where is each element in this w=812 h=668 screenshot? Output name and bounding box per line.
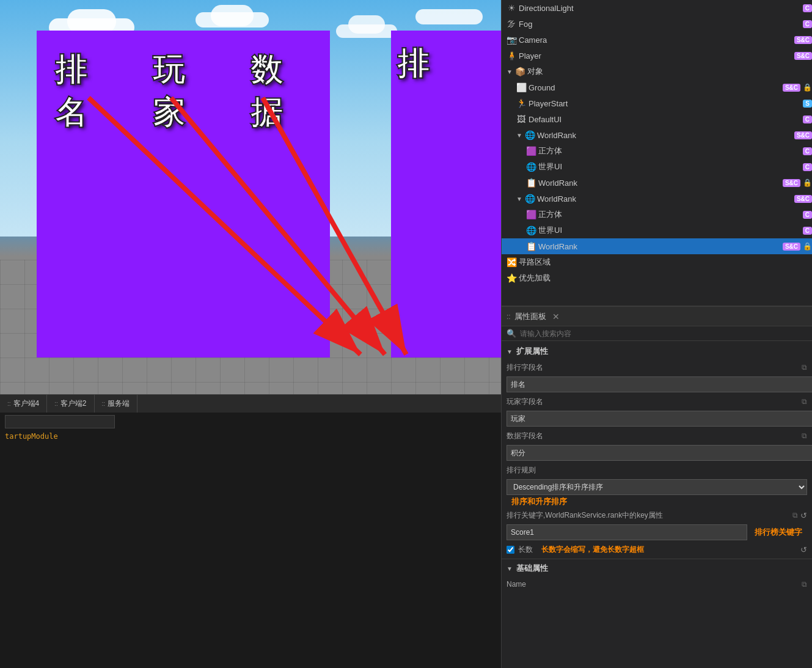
tree-item-camera[interactable]: 📷 Camera S&C <box>502 32 812 48</box>
data-copy-icon[interactable]: ⧉ <box>802 431 807 440</box>
ground-label: Ground <box>529 83 555 92</box>
badge-sc-wr1: S&C <box>794 131 812 139</box>
lock-icon-ground: 🔒 <box>803 83 812 92</box>
playerstart-icon: 🏃 <box>516 98 526 108</box>
data-field-input[interactable] <box>507 445 812 461</box>
tree-item-worldrank1[interactable]: ▼ 🌐 WorldRank S&C <box>502 127 812 143</box>
player-field-input[interactable] <box>507 411 812 427</box>
name-field-row: Name ⧉ <box>502 576 812 592</box>
data-field-row: 数据字段名 ⧉ <box>502 428 812 444</box>
worldrank1-icon: 🌐 <box>525 130 535 140</box>
expand-arrow-wr1[interactable]: ▼ <box>516 132 522 139</box>
key-field-row: 排行关键字,WorldRankService.rank中的key属性 ⧉ ↺ <box>502 507 812 523</box>
worldrank2-label: WorldRank <box>537 194 576 204</box>
tree-item-object-group[interactable]: ▼ 📦 对象 <box>502 64 812 79</box>
ground-icon: ⬜ <box>516 83 526 92</box>
zhengfangti1-label: 正方体 <box>538 145 562 156</box>
section-title-extended: 扩展属性 <box>516 346 548 357</box>
badge-s-playerstart: S <box>803 100 812 108</box>
name-copy-icon[interactable]: ⧉ <box>802 580 807 589</box>
badge-c-defaultui: C <box>803 116 812 123</box>
props-title: 属性面板 <box>514 311 546 322</box>
bottom-tab-bar: :: 客户端4 :: 客户端2 :: 服务端 <box>0 394 501 413</box>
badge-c: C <box>803 4 812 12</box>
badge-sc-camera: S&C <box>794 36 812 44</box>
section-title-basic: 基础属性 <box>516 563 548 574</box>
properties-panel: :: 属性面板 ✕ 🔍 ▼ 扩展属性 排行字段名 ⧉ 玩家字段名 <box>502 306 812 668</box>
lock-icon-wrs1: 🔒 <box>803 178 812 187</box>
tree-item-xunlu[interactable]: 🔀 寻路区域 <box>502 254 812 270</box>
tree-item-ground[interactable]: ⬜ Ground S&C🔒 <box>502 79 812 95</box>
cloud3b <box>348 15 385 34</box>
board-labels: 排名 玩家 数据 <box>37 37 330 147</box>
tab-server[interactable]: :: 服务端 <box>95 395 138 413</box>
worldrank-sub2-icon: 📋 <box>526 241 536 251</box>
badge-sc-wr2: S&C <box>794 195 812 203</box>
console-area: tartupModule <box>0 413 501 668</box>
tree-item-shijieui1[interactable]: 🌐 世界UI C <box>502 159 812 175</box>
tree-item-defaultui[interactable]: 🖼 DefaultUI C <box>502 111 812 127</box>
props-header: :: 属性面板 ✕ <box>502 307 812 326</box>
tree-item-zhengfangti2[interactable]: 🟪 正方体 C <box>502 207 812 222</box>
badge-c-sjui1: C <box>803 163 812 171</box>
tree-item-worldrank1-sub[interactable]: 📋 WorldRank S&C🔒 <box>502 175 812 191</box>
key-copy-icon[interactable]: ⧉ <box>792 511 798 519</box>
tree-item-worldrank2-sub[interactable]: 📋 WorldRank S&C🔒 <box>502 238 812 254</box>
cloud1b <box>67 9 116 34</box>
tree-item-directionallight[interactable]: ☀ DirectionalLight C <box>502 0 812 16</box>
console-input[interactable] <box>5 415 115 428</box>
rank-field-input[interactable] <box>507 376 812 392</box>
expand-arrow[interactable]: ▼ <box>507 68 513 75</box>
tree-item-youxian[interactable]: ⭐ 优先加载 <box>502 270 812 286</box>
expand-arrow-wr2[interactable]: ▼ <box>516 196 522 202</box>
key-field-input[interactable] <box>507 524 747 540</box>
tree-item-player[interactable]: 🧍 Player S&C <box>502 48 812 64</box>
shijieui1-icon: 🌐 <box>526 162 536 172</box>
badge-sc-wrs2: S&C <box>783 243 800 251</box>
props-search-input[interactable] <box>520 329 807 338</box>
object-group-label: 对象 <box>527 66 543 77</box>
fog-label: Fog <box>519 20 532 29</box>
section-basic[interactable]: ▼ 基础属性 <box>502 560 812 576</box>
badge-sc-player: S&C <box>794 52 812 60</box>
tab-client2-label: 客户端2 <box>60 398 87 409</box>
tree-item-fog[interactable]: 🌫 Fog C <box>502 16 812 32</box>
longnum-annotation: 长数字会缩写，避免长数字超框 <box>536 545 649 555</box>
drag-handle: :: <box>507 312 511 321</box>
rank-copy-icon[interactable]: ⧉ <box>802 363 807 372</box>
camera-icon: 📷 <box>507 35 516 45</box>
worldrank2-icon: 🌐 <box>525 194 535 204</box>
tree-item-playerstart[interactable]: 🏃 PlayerStart S <box>502 95 812 111</box>
section-arrow-basic: ▼ <box>507 565 513 572</box>
zhengfangti1-icon: 🟪 <box>526 146 536 156</box>
worldrank-sub2-label: WorldRank <box>538 242 577 251</box>
tab-client4[interactable]: :: 客户端4 <box>0 395 47 413</box>
tab-client2[interactable]: :: 客户端2 <box>47 395 94 413</box>
player-copy-icon[interactable]: ⧉ <box>802 397 807 406</box>
tab-dots: :: <box>7 400 11 407</box>
console-scroll[interactable]: tartupModule <box>0 413 501 668</box>
xunlu-label: 寻路区域 <box>519 257 550 268</box>
key-reset-icon[interactable]: ↺ <box>800 511 807 520</box>
badge-c-zft2: C <box>803 211 812 219</box>
badge-c-sjui2: C <box>803 227 812 235</box>
tree-item-worldrank2[interactable]: ▼ 🌐 WorldRank S&C <box>502 191 812 207</box>
rule-select[interactable]: Descending排序和升序排序 <box>507 479 807 495</box>
tree-item-shijieui2[interactable]: 🌐 世界UI C <box>502 222 812 238</box>
props-close-button[interactable]: ✕ <box>552 312 560 321</box>
player-field-label: 玩家字段名 <box>507 397 799 407</box>
tree-item-zhengfangti1[interactable]: 🟪 正方体 C <box>502 143 812 159</box>
key-field-label: 排行关键字,WorldRankService.rank中的key属性 <box>507 510 790 521</box>
longnum-checkbox[interactable] <box>507 546 514 554</box>
longnum-reset-icon[interactable]: ↺ <box>800 545 807 554</box>
scene-tree[interactable]: ☀ DirectionalLight C 🌫 Fog C 📷 Camera S&… <box>502 0 812 306</box>
player-label: 玩家 <box>153 49 214 134</box>
player-icon: 🧍 <box>507 51 516 61</box>
name-field-label: Name <box>507 580 799 589</box>
camera-label: Camera <box>519 35 547 45</box>
badge-c2: C <box>803 20 812 28</box>
section-extended[interactable]: ▼ 扩展属性 <box>502 343 812 359</box>
props-content[interactable]: ▼ 扩展属性 排行字段名 ⧉ 玩家字段名 ⧉ 数据字段名 ⧉ <box>502 341 812 668</box>
defaultui-label: DefaultUI <box>529 115 561 124</box>
player-label: Player <box>519 51 541 61</box>
